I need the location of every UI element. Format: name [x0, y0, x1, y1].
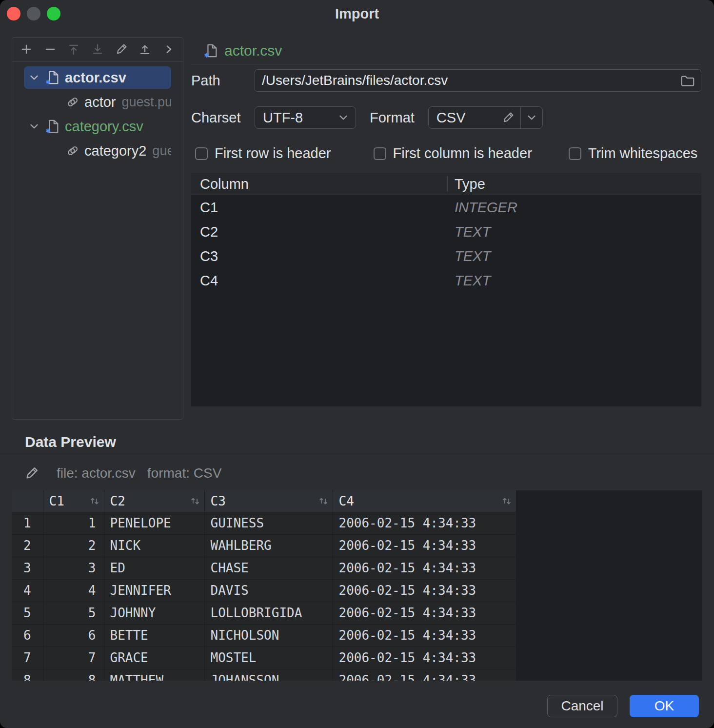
grid-cell[interactable]: 6 — [43, 624, 104, 647]
grid-cell[interactable]: GUINESS — [204, 512, 333, 534]
export-button[interactable] — [137, 41, 153, 58]
move-to-top-button[interactable] — [65, 41, 82, 58]
sort-icon[interactable] — [89, 496, 100, 506]
column-name[interactable]: C4 — [191, 273, 447, 289]
columns-table-row[interactable]: C1 INTEGER — [191, 195, 701, 220]
column-name[interactable]: C3 — [191, 248, 447, 264]
chevron-down-icon[interactable] — [28, 120, 40, 133]
grid-column-header[interactable]: C2 — [104, 490, 204, 512]
sort-icon[interactable] — [318, 496, 329, 506]
column-type[interactable]: TEXT — [447, 248, 701, 264]
grid-cell[interactable]: 2006-02-15 4:34:33 — [333, 669, 516, 681]
sort-icon[interactable] — [190, 496, 200, 506]
columns-table-row[interactable]: C2 TEXT — [191, 220, 701, 244]
data-preview-title: Data Preview — [25, 434, 116, 450]
grid-cell[interactable]: NICHOLSON — [204, 624, 333, 647]
format-dropdown-button[interactable] — [520, 106, 543, 129]
remove-button[interactable] — [42, 41, 59, 58]
grid-cell[interactable]: 3 — [43, 557, 104, 579]
column-type[interactable]: INTEGER — [447, 200, 701, 216]
tree-item-category2-mapping[interactable]: category2 guest — [24, 140, 171, 162]
grid-cell[interactable]: ED — [104, 557, 204, 579]
grid-cell[interactable]: 4 — [43, 579, 104, 602]
grid-cell[interactable]: PENELOPE — [104, 512, 204, 534]
path-label: Path — [191, 73, 255, 89]
grid-cell[interactable]: CHASE — [204, 557, 333, 579]
row-number-cell[interactable]: 3 — [12, 557, 43, 579]
grid-cell[interactable]: 8 — [43, 669, 104, 681]
grid-column-header[interactable]: C3 — [204, 490, 333, 512]
grid-cell[interactable]: 2006-02-15 4:34:33 — [333, 534, 516, 557]
row-number-cell[interactable]: 4 — [12, 579, 43, 602]
grid-cell[interactable]: WAHLBERG — [204, 534, 333, 557]
cancel-button[interactable]: Cancel — [547, 695, 617, 717]
expand-button[interactable] — [160, 41, 177, 58]
pencil-icon[interactable] — [502, 111, 515, 124]
ok-button[interactable]: OK — [630, 695, 699, 717]
grid-cell[interactable]: BETTE — [104, 624, 204, 647]
grid-cell[interactable]: DAVIS — [204, 579, 333, 602]
grid-column-header[interactable]: C4 — [333, 490, 516, 512]
edit-icon[interactable] — [24, 466, 39, 481]
columns-table-row[interactable]: C4 TEXT — [191, 268, 701, 293]
checkbox-label: Trim whitespaces — [588, 145, 698, 162]
grid-cell[interactable]: 5 — [43, 602, 104, 624]
folder-icon[interactable] — [680, 73, 695, 88]
grid-cell[interactable]: MOSTEL — [204, 647, 333, 669]
grid-cell[interactable]: 2006-02-15 4:34:33 — [333, 512, 516, 534]
grid-cell[interactable]: 2006-02-15 4:34:33 — [333, 602, 516, 624]
row-number-cell[interactable]: 7 — [12, 647, 43, 669]
first-row-header-checkbox[interactable]: First row is header — [195, 145, 331, 162]
columns-table-row[interactable]: C3 TEXT — [191, 244, 701, 268]
row-number-cell[interactable]: 6 — [12, 624, 43, 647]
data-preview-grid[interactable]: C1 C2 C3 C4 1 1 PENELOPE GUINESS 2006-02… — [12, 490, 702, 681]
grid-column-label: C1 — [49, 494, 64, 508]
tree-item-label: category2 — [84, 143, 146, 159]
checkbox-box[interactable] — [569, 147, 581, 160]
row-number-cell[interactable]: 8 — [12, 669, 43, 681]
tree-item-category-csv[interactable]: category.csv — [24, 115, 171, 138]
row-number-cell[interactable]: 5 — [12, 602, 43, 624]
grid-column-header[interactable]: C1 — [43, 490, 104, 512]
sort-icon[interactable] — [501, 496, 512, 506]
checkbox-box[interactable] — [195, 147, 208, 160]
zoom-window-button[interactable] — [47, 7, 60, 20]
column-name[interactable]: C2 — [191, 224, 447, 240]
grid-cell[interactable]: JOHNNY — [104, 602, 204, 624]
grid-cell[interactable]: 2 — [43, 534, 104, 557]
grid-cell[interactable]: JENNIFER — [104, 579, 204, 602]
column-type[interactable]: TEXT — [447, 224, 701, 240]
first-column-header-checkbox[interactable]: First column is header — [374, 145, 532, 162]
grid-cell[interactable]: JOHANSSON — [204, 669, 333, 681]
format-value: CSV — [436, 110, 502, 126]
path-input[interactable]: /Users/JetBrains/files/actor.csv — [255, 69, 701, 92]
grid-cell[interactable]: 2006-02-15 4:34:33 — [333, 647, 516, 669]
grid-cell[interactable]: 1 — [43, 512, 104, 534]
csv-file-icon — [45, 119, 60, 134]
chevron-down-icon[interactable] — [28, 71, 40, 84]
tree-item-actor-mapping[interactable]: actor guest.publi — [24, 91, 171, 113]
trim-whitespaces-checkbox[interactable]: Trim whitespaces — [569, 145, 698, 162]
row-number-cell[interactable]: 1 — [12, 512, 43, 534]
minimize-window-button[interactable] — [27, 7, 40, 20]
row-number-cell[interactable]: 2 — [12, 534, 43, 557]
grid-cell[interactable]: 2006-02-15 4:34:33 — [333, 579, 516, 602]
checkbox-box[interactable] — [374, 147, 386, 160]
column-name[interactable]: C1 — [191, 200, 447, 216]
move-to-bottom-button[interactable] — [89, 41, 106, 58]
add-button[interactable] — [18, 41, 35, 58]
grid-cell[interactable]: 7 — [43, 647, 104, 669]
edit-button[interactable] — [113, 41, 130, 58]
grid-cell[interactable]: 2006-02-15 4:34:33 — [333, 557, 516, 579]
format-value-box[interactable]: CSV — [428, 106, 521, 129]
tree-toolbar — [12, 38, 183, 61]
tree-item-actor-csv[interactable]: actor.csv — [24, 66, 171, 89]
close-window-button[interactable] — [7, 7, 20, 20]
column-type[interactable]: TEXT — [447, 273, 701, 289]
grid-cell[interactable]: 2006-02-15 4:34:33 — [333, 624, 516, 647]
grid-cell[interactable]: NICK — [104, 534, 204, 557]
grid-cell[interactable]: GRACE — [104, 647, 204, 669]
grid-cell[interactable]: LOLLOBRIGIDA — [204, 602, 333, 624]
grid-cell[interactable]: MATTHEW — [104, 669, 204, 681]
charset-select[interactable]: UTF-8 — [255, 106, 356, 129]
